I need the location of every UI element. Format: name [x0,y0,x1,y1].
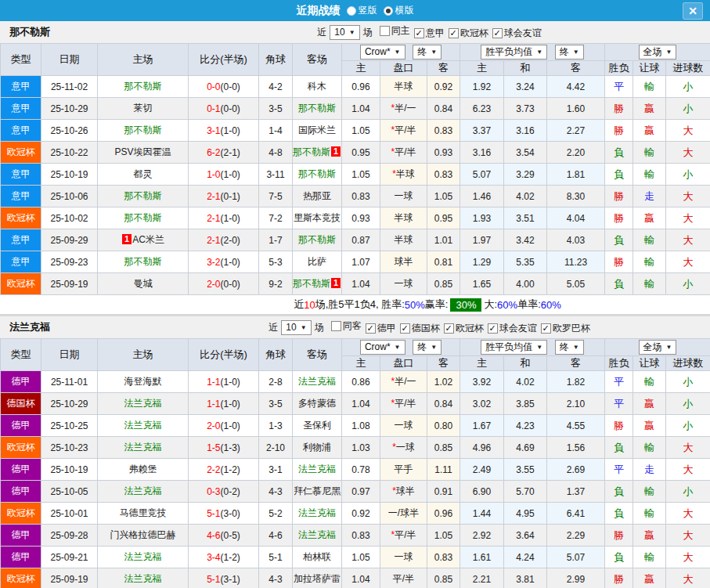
avg-odds-select[interactable]: 胜平负均值▼ [481,45,547,60]
odds-company-select[interactable]: Crow*▼ [360,45,405,60]
team-name-text: 那不勒斯 [124,256,162,267]
score-cell: 2-0(0-0) [189,273,259,295]
avg-away-cell: 1.37 [547,481,605,503]
odds-company-select[interactable]: Crow*▼ [360,340,405,355]
col-header-away: 客场 [293,339,342,371]
match-count-select[interactable]: 10 ▼ [330,25,359,40]
team-name-text: AC米兰 [132,234,164,245]
avg-draw-cell: 3.64 [504,525,547,547]
handicap-result-cell: 贏 [633,568,666,588]
match-row: 意甲25-09-291AC米兰2-1(2-0)1-7那不勒斯0.87半球1.01… [1,229,710,251]
result-cell: 負 [605,547,633,568]
competition-badge: 欧冠杯 [1,142,41,164]
filter-checkbox[interactable]: ✓球会友谊 [492,27,542,40]
filter-checkbox[interactable]: ✓欧冠杯 [449,27,488,40]
scope-select[interactable]: 全场▼ [639,45,677,60]
handicap-result-cell: 輸 [633,142,666,164]
competition-badge: 意甲 [1,120,41,142]
handicap-cell: 一球 [380,547,427,568]
corner-cell: 7-5 [259,186,293,207]
result-cell: 負 [605,273,633,295]
away-team-cell: 圣保利 [293,415,342,437]
filter-checkbox[interactable]: ✓球会友谊 [488,322,537,335]
team-filter-bar: 那不勒斯 近 10 ▼ 场 同主✓意甲✓欧冠杯✓球会友谊 [0,21,710,43]
avg-away-cell: 1.81 [547,164,605,186]
match-row: 意甲25-09-23那不勒斯3-2(1-0)5-3比萨1.07球半0.811.2… [1,251,710,273]
odds-final-select[interactable]: 终▼ [413,340,441,355]
result-cell: 平 [605,459,633,481]
section-frankfurt: 法兰克福 近 10 ▼ 场 同客✓德甲✓德国杯✓欧冠杯✓球会友谊✓欧罗巴杯 类型 [0,316,710,588]
close-button[interactable]: ✕ [683,2,703,20]
odds-final-select[interactable]: 终▼ [413,45,441,60]
home-odds-cell: 1.05 [342,547,380,568]
home-team-cell: 法兰克福 [98,393,189,415]
away-odds-cell: 0.91 [427,481,460,503]
red-card-badge: 1 [331,146,341,157]
avg-draw-cell: 3.29 [504,164,547,186]
match-count-select[interactable]: 10 ▼ [281,320,311,335]
avg-odds-select[interactable]: 胜平负均值▼ [481,340,547,355]
filter-checkbox[interactable]: ✓欧罗巴杯 [541,322,590,335]
summary-part: 单率: [517,298,541,312]
filter-checkbox[interactable]: 同主 [380,24,410,38]
home-team-cell: 那不勒斯 [98,186,189,207]
team-name-text: 法兰克福 [124,551,162,562]
filter-checkbox[interactable]: ✓德甲 [366,322,396,335]
handicap-cell: 球半 [380,251,427,273]
avg-draw-cell: 4.02 [504,186,547,207]
scope-select-group: 全场▼ [605,44,710,61]
handicap-cell: *平/半 [380,525,427,547]
scope-select[interactable]: 全场▼ [639,340,677,355]
fulltime-score: 3-2 [207,257,220,268]
avg-final-select[interactable]: 终▼ [555,340,584,355]
filter-checkbox[interactable]: ✓德国杯 [400,322,440,335]
handicap-cell: 一/球半 [380,503,427,525]
panel-title: 近期战绩 [297,4,341,18]
layout-radio-horizontal[interactable]: 横版 [384,4,414,17]
avg-away-cell: 1.82 [547,371,605,393]
recent-results-panel: 近期战绩 竖版 横版 ✕ 那不勒斯 近 10 ▼ 场 [0,0,710,588]
halftime-score: (1-0) [221,213,240,224]
corner-cell: 3-5 [259,98,293,120]
filter-checkbox[interactable]: ✓意甲 [414,27,445,40]
halftime-score: (0-0) [221,103,240,114]
competition-badge: 意甲 [1,164,41,186]
dropdown-arrow-icon: ▼ [536,46,542,58]
fulltime-score: 1-1 [207,377,220,388]
dropdown-arrow-icon: ▼ [395,46,401,58]
team-name-text: 热那亚 [303,190,331,201]
match-row: 德甲25-10-25法兰克福2-0(1-0)1-3圣保利1.08一球0.801.… [1,415,710,437]
competition-badge: 欧冠杯 [1,273,41,295]
away-odds-cell: 0.84 [427,393,460,415]
star-mark: * [391,103,395,114]
date-cell: 25-09-23 [41,251,98,273]
star-mark: * [391,376,395,387]
avg-draw-cell: 4.69 [504,437,547,459]
odds-select-group: Crow*▼ 终▼ [342,44,460,61]
result-cell: 勝 [605,568,633,588]
checkbox-icon: ✓ [449,28,459,38]
handicap-result-cell: 輸 [633,437,666,459]
home-odds-cell: 1.05 [342,164,380,186]
avg-final-select[interactable]: 终▼ [555,45,584,60]
avg-away-cell: 4.55 [547,415,605,437]
fulltime-score: 2-1 [207,213,220,224]
filter-checkbox[interactable]: 同客 [331,319,362,333]
score-cell: 5-1(3-0) [189,503,259,525]
result-cell: 勝 [605,186,633,207]
halftime-score: (0-0) [221,279,240,290]
home-team-cell: 法兰克福 [98,481,189,503]
team-name-text: 法兰克福 [298,529,336,540]
filter-controls: 近 10 ▼ 场 同主✓意甲✓欧冠杯✓球会友谊 [149,24,710,40]
home-odds-cell: 1.04 [342,568,380,588]
checkbox-label: 欧冠杯 [460,27,488,40]
avg-away-cell: 2.69 [547,459,605,481]
filter-prefix-label: 近 [269,321,278,334]
avg-home-cell: 1.92 [460,76,504,98]
layout-radio-vertical[interactable]: 竖版 [347,4,377,17]
handicap-cell: *球半 [380,481,427,503]
filter-checkbox[interactable]: ✓欧冠杯 [444,322,484,335]
checkbox-label: 德国杯 [412,322,440,335]
team-name-text: 法兰克福 [298,464,336,474]
handicap-result-cell: 輸 [633,503,666,525]
